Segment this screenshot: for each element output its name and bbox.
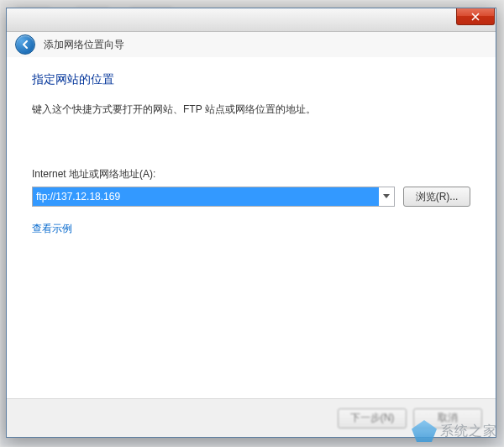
browse-button[interactable]: 浏览(R)... <box>403 187 470 207</box>
footer: 下一步(N) 取消 <box>7 398 496 437</box>
close-icon <box>471 13 480 21</box>
nav-header: 添加网络位置向导 <box>7 32 496 57</box>
titlebar <box>7 8 496 32</box>
wizard-title: 添加网络位置向导 <box>44 38 124 52</box>
address-label: Internet 地址或网络地址(A): <box>32 167 470 181</box>
combo-dropdown-button[interactable] <box>379 187 394 206</box>
back-button[interactable] <box>15 34 35 55</box>
next-button[interactable]: 下一步(N) <box>338 408 407 429</box>
close-button[interactable] <box>456 8 495 25</box>
address-combo[interactable] <box>32 187 395 207</box>
address-row: 浏览(R)... <box>32 187 470 207</box>
chevron-down-icon <box>383 194 390 199</box>
arrow-left-icon <box>19 39 31 50</box>
wizard-dialog: 添加网络位置向导 指定网站的位置 键入这个快捷方式要打开的网站、FTP 站点或网… <box>6 8 496 438</box>
view-example-link[interactable]: 查看示例 <box>32 223 72 234</box>
page-description: 键入这个快捷方式要打开的网站、FTP 站点或网络位置的地址。 <box>32 103 470 117</box>
page-heading: 指定网站的位置 <box>32 72 470 87</box>
cancel-button[interactable]: 取消 <box>413 408 482 429</box>
content-area: 指定网站的位置 键入这个快捷方式要打开的网站、FTP 站点或网络位置的地址。 I… <box>7 57 496 245</box>
address-input[interactable] <box>33 187 379 206</box>
